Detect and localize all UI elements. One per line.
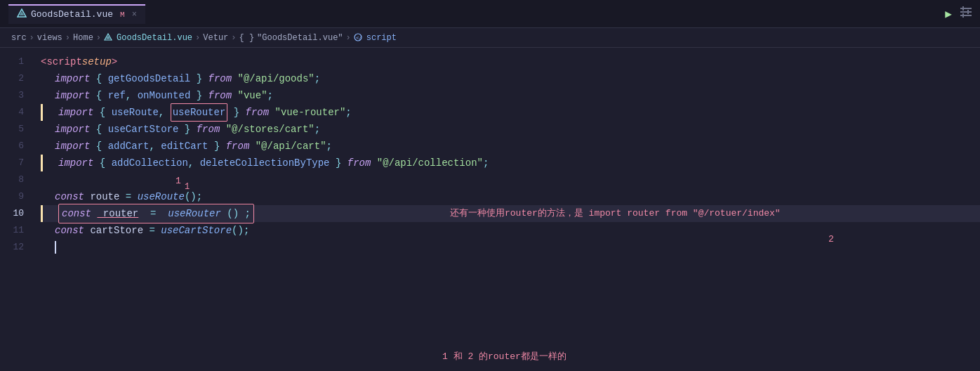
from-kw-4: from	[239, 104, 269, 121]
from-kw-2: from	[202, 70, 232, 87]
fn-usecartstore: useCartStore	[108, 121, 179, 138]
line-num-6: 6	[0, 138, 35, 155]
code-line-3: import { ref , onMounted } from "vue" ;	[41, 87, 980, 104]
brace-close-3: }	[190, 87, 202, 104]
right-comment: 还有一种使用router的方法，是 import router from "@/…	[450, 205, 781, 222]
svg-rect-7	[962, 13, 964, 18]
breadcrumb-vetur: Vetur	[203, 33, 228, 43]
tab-filename: GoodsDetail.vue	[31, 9, 113, 20]
var-router: router	[97, 208, 138, 219]
bottom-annotation: 1 和 2 的router都是一样的	[442, 350, 567, 363]
text-cursor	[55, 241, 56, 254]
vue-logo-icon	[17, 8, 27, 21]
line-num-5: 5	[0, 121, 35, 138]
eq-10: =	[145, 208, 162, 219]
eq-9: =	[119, 188, 137, 205]
fn-userouter-call: useRouter	[168, 208, 221, 219]
line-numbers: 1 2 3 4 5 6 7 8 9 10 11 12	[0, 48, 35, 371]
breadcrumb-script-icon: </>	[354, 33, 364, 43]
fn-useroute: useRoute	[112, 104, 159, 121]
from-kw-3: from	[202, 87, 232, 104]
breadcrumb-sep-1: ›	[29, 33, 34, 43]
breadcrumb-sep-6: ›	[346, 33, 351, 43]
const-kw-9: const	[55, 188, 84, 205]
line-num-10: 10	[0, 205, 35, 222]
brace-close-4: }	[227, 104, 239, 121]
settings-icon[interactable]	[960, 6, 972, 21]
semi-5: ;	[314, 121, 320, 138]
semi-11: ;	[244, 222, 249, 239]
brace-open-3: {	[90, 87, 107, 104]
space-7	[371, 155, 376, 171]
str-vue-router: "vue-router"	[275, 104, 346, 121]
svg-rect-4	[960, 15, 972, 16]
fn-deletecollection: deleteCollectionByType	[200, 155, 330, 171]
breadcrumb-braces: { }	[239, 33, 255, 43]
breadcrumb: src › views › Home › GoodsDetail.vue › V…	[0, 28, 980, 48]
tab-modified-indicator: M	[120, 11, 125, 19]
fn-useroute-call: useRoute	[138, 188, 185, 205]
fn-editcart: editCart	[161, 138, 208, 155]
breadcrumb-vue-icon	[104, 33, 114, 43]
parens-11: ()	[232, 222, 244, 239]
brace-close-5: }	[178, 121, 190, 138]
marker-2-label: 2	[828, 234, 834, 245]
line-num-12: 12	[0, 239, 35, 256]
brace-open-6: {	[90, 138, 107, 155]
marker-1: 1	[185, 178, 190, 195]
breadcrumb-script: script	[366, 33, 397, 43]
file-tab[interactable]: GoodsDetail.vue M ×	[8, 4, 145, 24]
brace-open-4: {	[93, 104, 111, 121]
from-kw-7: from	[341, 155, 371, 171]
space-4	[269, 104, 274, 121]
title-bar: GoodsDetail.vue M × ▶	[0, 0, 980, 28]
parens-10: ()	[227, 208, 239, 219]
str-vue: "vue"	[238, 87, 267, 104]
breadcrumb-src: src	[11, 33, 27, 43]
eq-11: =	[143, 222, 161, 239]
title-bar-actions: ▶	[945, 6, 972, 21]
const-kw-11: const	[55, 222, 84, 239]
code-line-5: import { useCartStore } from "@/stores/c…	[41, 121, 980, 138]
code-line-1: <script setup>	[41, 53, 980, 70]
breadcrumb-sep-5: ›	[231, 33, 236, 43]
code-line-12	[41, 239, 980, 256]
import-kw-7: import	[58, 155, 93, 171]
comma-7: ,	[188, 155, 200, 171]
fn-ref: ref	[108, 87, 126, 104]
comma-4: ,	[159, 104, 171, 121]
fn-addcart: addCart	[108, 138, 150, 155]
code-line-2: import { getGoodsDetail } from "@/api/go…	[41, 70, 980, 87]
code-line-4: import { useRoute , useRouter } from "vu…	[41, 104, 980, 121]
import-kw-4: import	[58, 104, 93, 121]
setup-attr: setup	[82, 53, 112, 70]
semi-9: ;	[197, 188, 202, 205]
svg-rect-5	[962, 6, 964, 11]
fn-onmounted: onMounted	[138, 87, 191, 104]
str-api-collection: "@/api/collection"	[377, 155, 483, 171]
fn-addcollection: addCollection	[112, 155, 188, 171]
import-kw-6: import	[55, 138, 90, 155]
brace-close-2: }	[190, 70, 202, 87]
code-line-9: const route = useRoute () ; 1	[41, 188, 980, 205]
line-num-11: 11	[0, 222, 35, 239]
from-kw-5: from	[190, 121, 220, 138]
fn-userouter-highlighted: useRouter	[171, 103, 228, 122]
code-line-10: const router = useRouter () ; 还有一种使用rout…	[41, 205, 980, 222]
line-num-7: 7	[0, 155, 35, 171]
tab-close-button[interactable]: ×	[132, 10, 137, 20]
breadcrumb-sep-4: ›	[195, 33, 200, 43]
line-num-2: 2	[0, 70, 35, 87]
run-icon[interactable]: ▶	[945, 7, 952, 21]
breadcrumb-file: GoodsDetail.vue	[117, 33, 192, 43]
brace-open-7: {	[93, 155, 111, 171]
svg-rect-6	[967, 10, 969, 14]
comma-6: ,	[149, 138, 161, 155]
line-num-9: 9	[0, 188, 35, 205]
brace-close-6: }	[208, 138, 220, 155]
import-kw-3: import	[55, 87, 90, 104]
line-num-8: 8	[0, 171, 35, 188]
fn-getgoodsdetail: getGoodsDetail	[108, 70, 191, 87]
svg-rect-2	[960, 8, 972, 9]
line-10-boxed: const router = useRouter () ;	[58, 204, 254, 223]
